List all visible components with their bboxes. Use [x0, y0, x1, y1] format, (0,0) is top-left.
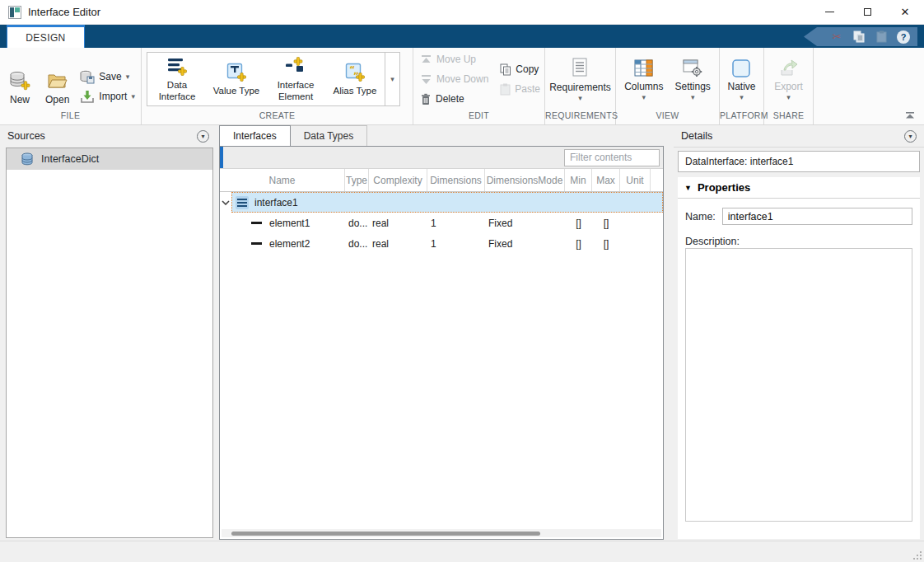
ribbon-tab-strip: DESIGN ✂ ? — [0, 25, 924, 48]
cell-dimensionsmode[interactable]: Fixed — [485, 218, 565, 229]
import-dropdown-arrow[interactable]: ▾ — [131, 92, 135, 101]
cell-name: interface1 — [254, 197, 298, 208]
data-interface-icon — [166, 56, 188, 77]
copy-label: Copy — [516, 63, 539, 75]
save-dropdown-arrow[interactable]: ▾ — [126, 73, 130, 81]
delete-button[interactable]: Delete — [420, 90, 488, 108]
create-gallery-dropdown[interactable]: ▾ — [385, 52, 400, 106]
svg-text:„: „ — [353, 66, 359, 77]
cell-complexity[interactable]: real — [369, 218, 427, 229]
table-row-element1[interactable]: element1 do... real 1 Fixed [] [] — [220, 213, 663, 233]
minimize-button[interactable] — [810, 0, 848, 25]
selected-row-highlight[interactable]: interface1 — [231, 192, 663, 213]
cell-dimensionsmode[interactable]: Fixed — [485, 238, 565, 250]
paste-quick-button[interactable] — [875, 30, 888, 44]
collapse-ribbon-button[interactable] — [904, 111, 916, 119]
paste-label: Paste — [515, 83, 540, 95]
new-button[interactable]: New — [5, 68, 35, 107]
cell-min[interactable]: [] — [565, 238, 592, 250]
source-item-label: InterfaceDict — [41, 153, 99, 165]
cell-complexity[interactable]: real — [369, 238, 427, 250]
create-section-label: CREATE — [142, 110, 413, 124]
cell-max[interactable]: [] — [592, 238, 620, 250]
copy-quick-button[interactable] — [852, 30, 866, 44]
open-button[interactable]: Open — [41, 68, 73, 107]
tab-interfaces[interactable]: Interfaces — [219, 125, 291, 146]
ribbon-section-view: Columns ▾ Settings ▾ VIEW — [616, 48, 720, 124]
column-header-type: Type — [345, 169, 369, 191]
data-interface-button[interactable]: Data Interface — [147, 53, 207, 105]
copy-button[interactable]: Copy — [500, 60, 540, 78]
cell-type[interactable]: do... — [345, 238, 369, 250]
cell-min[interactable]: [] — [565, 218, 592, 229]
move-up-button[interactable]: Move Up — [420, 50, 488, 68]
close-button[interactable]: ✕ — [886, 0, 924, 25]
resize-grip[interactable] — [912, 550, 922, 560]
settings-button[interactable]: Settings ▾ — [671, 57, 715, 101]
ribbon-section-share: Export ▾ SHARE — [764, 48, 814, 124]
interface-icon — [236, 196, 249, 209]
expander-chevron-icon[interactable] — [220, 200, 231, 205]
properties-section-header[interactable]: ▼ Properties — [678, 177, 920, 199]
cell-name[interactable]: element1 — [231, 218, 345, 229]
paste-button[interactable]: Paste — [500, 80, 540, 98]
edit-section-label: EDIT — [413, 110, 544, 124]
tab-data-types[interactable]: Data Types — [291, 125, 367, 146]
value-type-label: Value Type — [209, 86, 264, 96]
ribbon-section-requirements: Requirements ▾ REQUIREMENTS — [545, 48, 616, 124]
move-down-button[interactable]: Move Down — [420, 70, 488, 88]
copy-icon — [853, 30, 865, 43]
cell-dimensions[interactable]: 1 — [427, 218, 485, 229]
column-header-dimensions: Dimensions — [427, 169, 485, 191]
table-row-element2[interactable]: element2 do... real 1 Fixed [] [] — [220, 233, 663, 254]
columns-button[interactable]: Columns ▾ — [620, 57, 667, 101]
element-icon — [251, 222, 262, 224]
ribbon-section-create: Data Interface Value Type — [142, 48, 413, 124]
scrollbar-thumb[interactable] — [231, 532, 540, 536]
interfaces-panel: Interfaces Data Types Name Type Complexi… — [219, 125, 664, 540]
properties-card: ▼ Properties Name: Description: — [678, 177, 920, 539]
interfaces-table-panel: Name Type Complexity Dimensions Dimensio… — [219, 146, 664, 540]
filter-input[interactable] — [564, 149, 660, 166]
native-platform-icon — [731, 59, 751, 78]
tab-design[interactable]: DESIGN — [7, 25, 85, 48]
help-button[interactable]: ? — [897, 30, 910, 44]
move-down-label: Move Down — [436, 73, 488, 85]
source-item-interfacedict[interactable]: InterfaceDict — [7, 148, 212, 170]
cell-name[interactable]: element2 — [231, 238, 345, 250]
move-down-icon — [420, 74, 432, 85]
sources-menu-button[interactable]: ▾ — [197, 130, 209, 143]
cell-dimensions[interactable]: 1 — [427, 238, 485, 250]
requirements-button[interactable]: Requirements ▾ — [545, 56, 615, 102]
close-icon: ✕ — [901, 7, 910, 17]
sources-list: InterfaceDict — [6, 148, 213, 538]
column-header-unit: Unit — [620, 169, 651, 191]
native-button[interactable]: Native ▾ — [723, 57, 759, 101]
native-dropdown-arrow: ▾ — [740, 95, 744, 100]
settings-dropdown-arrow: ▾ — [691, 95, 695, 100]
interface-element-button[interactable]: Interface Element — [266, 53, 325, 105]
import-button[interactable]: Import ▾ — [80, 87, 135, 105]
details-menu-button[interactable]: ▾ — [904, 130, 917, 143]
active-panel-accent — [220, 147, 223, 168]
horizontal-scrollbar[interactable] — [222, 529, 661, 537]
export-button[interactable]: Export ▾ — [770, 57, 807, 101]
delete-label: Delete — [436, 93, 464, 105]
value-type-button[interactable]: Value Type — [207, 53, 266, 105]
cell-type[interactable]: do... — [345, 218, 369, 229]
sources-title: Sources — [7, 130, 45, 142]
export-dropdown-arrow: ▾ — [786, 95, 791, 100]
sources-panel: Sources ▾ InterfaceDict — [0, 125, 217, 541]
name-input[interactable] — [722, 208, 912, 225]
alias-type-button[interactable]: “ „ Alias Type — [325, 53, 385, 105]
cell-max[interactable]: [] — [592, 218, 620, 229]
save-button[interactable]: Save ▾ — [80, 68, 135, 86]
collapse-ribbon-icon — [904, 111, 916, 119]
quick-access-toolbar: ✂ ? — [804, 27, 917, 46]
maximize-button[interactable] — [848, 0, 886, 25]
import-label: Import — [99, 91, 127, 102]
cut-button[interactable]: ✂ — [830, 30, 843, 44]
description-textarea[interactable] — [685, 248, 912, 522]
file-section-label: FILE — [0, 110, 141, 124]
table-row-interface1[interactable]: interface1 — [220, 192, 663, 213]
